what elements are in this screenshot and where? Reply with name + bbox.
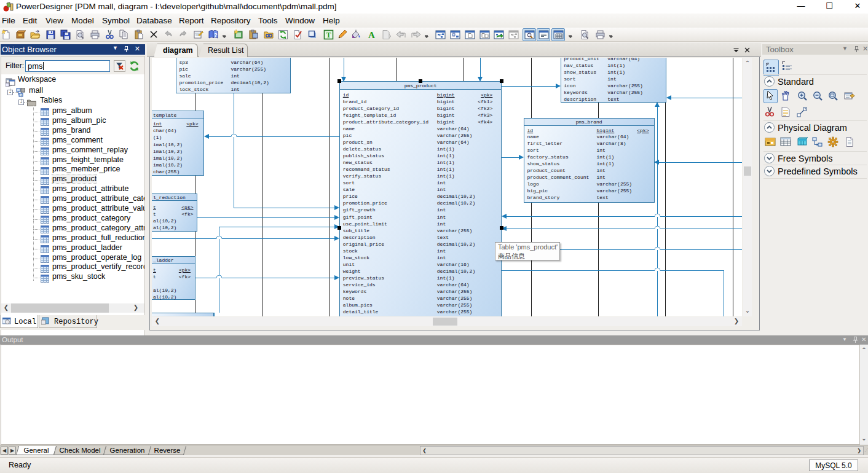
svg-text:?: ?	[214, 32, 218, 38]
svg-text:A: A	[368, 30, 375, 40]
svg-text:T: T	[326, 31, 331, 39]
